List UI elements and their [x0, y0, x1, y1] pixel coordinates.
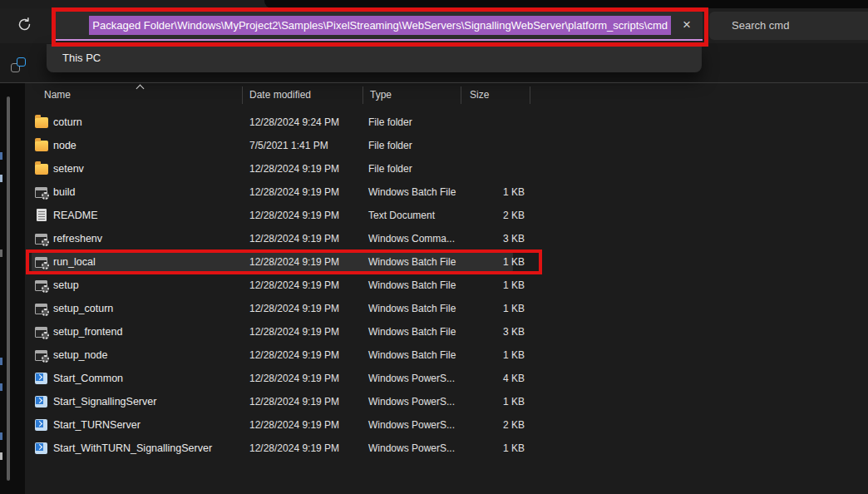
file-name: Start_TURNServer	[53, 413, 141, 437]
refresh-icon	[17, 17, 32, 35]
file-size: 3 KB	[470, 227, 525, 250]
file-name: Start_SignallingServer	[53, 390, 156, 413]
file-icon	[35, 117, 48, 128]
file-size: 2 KB	[470, 204, 525, 227]
file-type: Windows Batch File	[368, 297, 456, 320]
file-date-modified: 12/28/2024 9:19 PM	[249, 204, 339, 227]
file-type: Windows Batch File	[368, 343, 456, 367]
file-icon	[35, 141, 48, 151]
file-icon	[35, 442, 47, 454]
file-size: 2 KB	[470, 413, 525, 437]
file-row[interactable]: run_local 12/28/2024 9:19 PM Windows Bat…	[0, 250, 868, 274]
file-row[interactable]: setenv 12/28/2024 9:19 PM File folder	[0, 157, 868, 180]
file-size: 1 KB	[470, 297, 525, 320]
file-row[interactable]: Start_TURNServer 12/28/2024 9:19 PM Wind…	[0, 413, 868, 437]
column-header-row: Name Date modified Type Size	[0, 83, 868, 106]
file-name: setenv	[53, 157, 84, 180]
file-type: Windows Batch File	[368, 274, 456, 297]
file-row[interactable]: build 12/28/2024 9:19 PM Windows Batch F…	[0, 180, 868, 204]
file-icon	[35, 419, 47, 431]
column-separator[interactable]	[362, 86, 363, 104]
file-date-modified: 12/28/2024 9:19 PM	[249, 250, 339, 274]
search-box[interactable]: Search cmd	[709, 12, 868, 40]
file-row[interactable]: README 12/28/2024 9:19 PM Text Document …	[0, 204, 868, 227]
file-icon	[35, 187, 47, 198]
file-type: Windows Batch File	[368, 250, 456, 274]
file-icon	[35, 396, 47, 408]
column-separator[interactable]	[530, 86, 530, 104]
file-row[interactable]: Start_WithTURN_SignallingServer 12/28/20…	[0, 437, 868, 460]
file-icon	[35, 280, 47, 291]
file-row[interactable]: Start_Common 12/28/2024 9:19 PM Windows …	[0, 367, 868, 390]
file-row[interactable]: coturn 12/28/2024 9:24 PM File folder	[0, 111, 868, 134]
file-icon	[35, 304, 47, 314]
file-type: File folder	[368, 134, 412, 157]
file-row[interactable]: refreshenv 12/28/2024 9:19 PM Windows Co…	[0, 227, 868, 250]
tab-strip-dark-region	[264, 0, 868, 8]
file-icon	[35, 373, 47, 384]
file-name: node	[53, 134, 76, 157]
file-size: 1 KB	[470, 274, 525, 297]
file-type: File folder	[368, 111, 412, 134]
file-name: setup_node	[53, 343, 107, 367]
file-name: setup_frontend	[53, 320, 122, 343]
column-header-date-modified[interactable]: Date modified	[249, 83, 311, 106]
column-separator[interactable]	[461, 86, 461, 104]
file-name: README	[53, 204, 97, 227]
file-date-modified: 12/28/2024 9:19 PM	[249, 367, 339, 390]
file-date-modified: 12/28/2024 9:19 PM	[249, 413, 339, 437]
column-separator[interactable]	[242, 86, 243, 104]
file-row[interactable]: node 7/5/2021 1:41 PM File folder	[0, 134, 868, 157]
address-input[interactable]: Packaged Folder\Windows\MyProject2\Sampl…	[57, 14, 671, 36]
file-name: Start_WithTURN_SignallingServer	[53, 437, 212, 460]
file-type: Windows PowerS...	[368, 437, 455, 460]
file-size: 1 KB	[470, 180, 525, 204]
file-date-modified: 12/28/2024 9:19 PM	[249, 157, 339, 180]
file-size: 1 KB	[470, 343, 525, 367]
file-icon	[35, 350, 47, 361]
file-name: Start_Common	[53, 367, 123, 390]
file-name: setup	[53, 274, 79, 297]
file-size: 3 KB	[470, 320, 525, 343]
file-type: Windows Batch File	[368, 180, 456, 204]
file-name: build	[53, 180, 75, 204]
file-row[interactable]: setup_coturn 12/28/2024 9:19 PM Windows …	[0, 297, 868, 320]
file-date-modified: 12/28/2024 9:19 PM	[249, 437, 339, 460]
dropdown-item-this-pc[interactable]: This PC	[47, 44, 702, 72]
file-row[interactable]: setup 12/28/2024 9:19 PM Windows Batch F…	[0, 274, 868, 297]
refresh-button[interactable]	[9, 11, 39, 41]
address-selected-text: Packaged Folder\Windows\MyProject2\Sampl…	[89, 16, 671, 35]
file-icon	[35, 327, 47, 338]
file-name: refreshenv	[53, 227, 102, 250]
file-row[interactable]: setup_node 12/28/2024 9:19 PM Windows Ba…	[0, 343, 868, 367]
address-bar[interactable]: Packaged Folder\Windows\MyProject2\Sampl…	[55, 11, 703, 41]
file-row[interactable]: setup_frontend 12/28/2024 9:19 PM Window…	[0, 320, 868, 343]
column-header-name[interactable]: Name	[44, 83, 71, 106]
file-date-modified: 12/28/2024 9:19 PM	[249, 180, 339, 204]
file-type: Windows Batch File	[368, 320, 456, 343]
file-icon	[37, 209, 47, 221]
file-type: Windows PowerS...	[368, 367, 455, 390]
column-header-type[interactable]: Type	[370, 83, 392, 106]
file-type: Text Document	[368, 204, 435, 227]
address-dropdown: This PC	[47, 44, 702, 72]
file-size: 1 KB	[470, 390, 525, 413]
search-placeholder: Search cmd	[732, 12, 789, 40]
copy-icon[interactable]	[10, 57, 27, 73]
close-icon: ×	[683, 17, 691, 32]
file-date-modified: 12/28/2024 9:19 PM	[249, 297, 339, 320]
file-icon	[35, 234, 47, 245]
file-date-modified: 12/28/2024 9:19 PM	[249, 274, 339, 297]
file-size: 1 KB	[470, 250, 525, 274]
column-header-size[interactable]: Size	[470, 83, 489, 106]
file-date-modified: 12/28/2024 9:19 PM	[249, 390, 339, 413]
file-row[interactable]: Start_SignallingServer 12/28/2024 9:19 P…	[0, 390, 868, 413]
file-date-modified: 12/28/2024 9:24 PM	[249, 111, 339, 134]
clear-address-button[interactable]: ×	[674, 13, 699, 37]
file-size: 1 KB	[470, 437, 525, 460]
file-name: setup_coturn	[53, 297, 113, 320]
file-date-modified: 12/28/2024 9:19 PM	[249, 343, 339, 367]
file-icon	[35, 164, 48, 175]
file-size: 4 KB	[470, 367, 525, 390]
file-date-modified: 7/5/2021 1:41 PM	[249, 134, 328, 157]
